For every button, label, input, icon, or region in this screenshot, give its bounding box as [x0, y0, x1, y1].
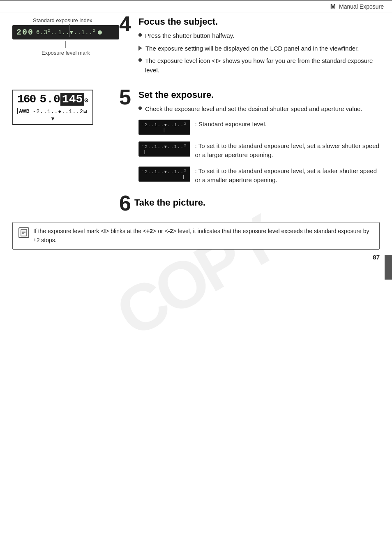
- section-m-label: M: [330, 3, 336, 10]
- step4-bullet-1-text: Press the shutter button halfway.: [145, 31, 234, 41]
- lcd-aperture: 6.32..1..▼..1..2: [36, 29, 95, 36]
- step4-number-col: 4 Focus the subject. Press the shutter b…: [119, 16, 380, 78]
- vf-awb: AWB: [17, 108, 31, 114]
- section-title: Manual Exposure: [339, 3, 384, 10]
- step5-bullets: Check the exposure level and set the des…: [138, 104, 380, 114]
- note-text: If the exposure level mark <I> blinks at…: [33, 227, 374, 245]
- exposure-mark-label: Exposure level mark: [12, 50, 119, 56]
- vf-scale: -2..1..●..1..2⊟: [33, 108, 88, 115]
- step5-number: 5: [119, 86, 131, 108]
- meter-desc-1: : Standard exposure level.: [195, 120, 380, 129]
- step4-heading: Focus the subject.: [138, 16, 380, 27]
- step6-heading: Take the picture.: [134, 197, 205, 208]
- meter-tick-center-1: |: [142, 128, 187, 133]
- viewfinder-display: 160 5.0145⊙ AWB -2..1..●..1..2⊟ ▼: [12, 90, 93, 125]
- step4-bullet-2: The exposure setting will be displayed o…: [138, 44, 380, 53]
- bullet-dot-3: [138, 106, 142, 110]
- step4-left: Standard exposure index 200 6.32..1..▼..…: [12, 16, 119, 56]
- step5-section: 160 5.0145⊙ AWB -2..1..●..1..2⊟ ▼ 5 Set …: [12, 90, 380, 192]
- meter-display-2: -2..1..▼..1..2 |: [138, 141, 190, 157]
- step5-heading: Set the exposure.: [138, 90, 380, 100]
- vf-top-row: 160 5.0145⊙: [17, 93, 88, 106]
- step5-bullet-1: Check the exposure level and set the des…: [138, 104, 380, 114]
- bullet-dot-1: [138, 33, 142, 37]
- meter-display-1: -2..1..▼..1..2 |: [138, 120, 190, 135]
- step4-bullet-3-text: The exposure level icon <I> shows you ho…: [145, 56, 380, 75]
- meter-row-1: -2..1..▼..1..2 | : Standard exposure lev…: [138, 120, 380, 135]
- step6-section: 6 Take the picture.: [12, 196, 380, 214]
- meter-display-3: -2..1..▼..1..2 |: [138, 167, 190, 182]
- step4-section: Standard exposure index 200 6.32..1..▼..…: [12, 16, 380, 78]
- page-number: 87: [0, 254, 392, 261]
- bullet-dot-2: [138, 58, 142, 62]
- step5-number-col: 5 Set the exposure. Check the exposure l…: [119, 90, 380, 192]
- meter-desc-2: : To set it to the standard exposure lev…: [195, 141, 380, 160]
- vf-iso: 160: [17, 93, 35, 106]
- step5-left: 160 5.0145⊙ AWB -2..1..●..1..2⊟ ▼: [12, 90, 119, 127]
- vf-aperture-highlight: 145: [60, 93, 84, 106]
- bullet-arrow-1: [138, 46, 142, 51]
- step4-bullet-3: The exposure level icon <I> shows you ho…: [138, 56, 380, 75]
- meter-scale-1: -2..1..▼..1..2: [142, 122, 187, 127]
- sei-arrow-line: [69, 24, 70, 37]
- meter-img-1: -2..1..▼..1..2 |: [138, 120, 190, 135]
- lcd-display: 200 6.32..1..▼..1..2: [12, 25, 119, 39]
- step4-bullets: Press the shutter button halfway. The ex…: [138, 31, 380, 75]
- step5-bullet-1-text: Check the exposure level and set the des…: [145, 104, 362, 114]
- right-tab: [385, 255, 392, 280]
- svg-rect-0: [21, 229, 27, 236]
- top-bar: M Manual Exposure: [0, 0, 392, 12]
- vf-aperture: 5.0145⊙: [39, 93, 88, 106]
- step4-content: Focus the subject. Press the shutter but…: [134, 16, 380, 78]
- meter-scale-2: -2..1..▼..1..2: [142, 143, 187, 149]
- note-icon: [18, 227, 29, 238]
- lcd-iso: 200: [16, 28, 34, 37]
- vf-arrow: ▼: [17, 115, 88, 122]
- meter-tick-right-3: |: [142, 175, 187, 180]
- exposure-arrow: |: [12, 39, 119, 48]
- meter-img-2: -2..1..▼..1..2 |: [138, 141, 190, 157]
- meter-desc-3: : To set it to the standard exposure lev…: [195, 167, 380, 185]
- meter-tick-left-2: |: [142, 150, 187, 155]
- sei-container: Standard exposure index: [12, 16, 119, 23]
- step4-bullet-1: Press the shutter button halfway.: [138, 31, 380, 41]
- step5-content: Set the exposure. Check the exposure lev…: [134, 90, 380, 192]
- meter-row-3: -2..1..▼..1..2 | : To set it to the stan…: [138, 167, 380, 185]
- meter-img-3: -2..1..▼..1..2 |: [138, 167, 190, 182]
- note-section: If the exposure level mark <I> blinks at…: [12, 222, 380, 250]
- note-svg: [20, 229, 28, 236]
- lcd-indicator-dot: [98, 30, 102, 35]
- meter-row-2: -2..1..▼..1..2 | : To set it to the stan…: [138, 141, 380, 160]
- step6-number: 6: [119, 192, 131, 214]
- step4-number: 4: [119, 13, 131, 35]
- meter-rows: -2..1..▼..1..2 | : Standard exposure lev…: [138, 120, 380, 185]
- step4-bullet-2-text: The exposure setting will be displayed o…: [145, 44, 359, 53]
- meter-scale-3: -2..1..▼..1..2: [142, 169, 187, 174]
- sei-label: Standard exposure index: [33, 17, 92, 23]
